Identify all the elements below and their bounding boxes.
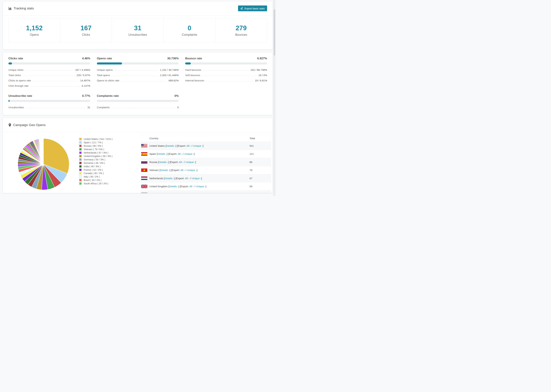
export-unique-link[interactable]: Unique › — [184, 152, 194, 155]
legend-label: Germany ( 55 / 3% ) — [84, 158, 105, 161]
rate-row-label: Hard bounces — [185, 68, 201, 71]
legend-item[interactable]: Spain ( 121 / 7% ) — [79, 141, 113, 144]
legend-item[interactable]: Romania ( 49 / 3% ) — [79, 161, 113, 165]
export-basic-stats-button[interactable]: Export basic stats — [238, 6, 267, 11]
legend-item[interactable]: Vietnam ( 79 / 5% ) — [79, 147, 113, 151]
rate-row-label: Unique clicks — [8, 68, 23, 71]
page-scrollbar[interactable] — [273, 0, 276, 196]
details-link[interactable]: Details › — [159, 161, 168, 163]
details-link[interactable]: Details › — [160, 169, 170, 172]
rate-rows: Unique clicks167 / 4.456%Total clicks220… — [8, 67, 90, 88]
rate-rows: Hard bounces242 / 86.738%Soft bounces18 … — [185, 67, 267, 83]
rate-row: Soft bounces18 / 0% — [185, 72, 267, 78]
export-basic-stats-label: Export basic stats — [245, 7, 265, 10]
flag-icon-es — [141, 152, 147, 156]
rate-title: Clicks rate — [8, 57, 23, 60]
rate-row: Unique opens1,152 / 30.736% — [97, 67, 179, 72]
stat-value: 167 — [80, 24, 92, 32]
legend-item[interactable]: Russia ( 86 / 5% ) — [79, 144, 113, 147]
export-unique-link[interactable]: Unique › — [185, 161, 195, 163]
rate-row-value: 167 / 4.456% — [75, 68, 90, 71]
details-link[interactable]: Details › — [157, 152, 167, 155]
legend-swatch — [79, 175, 82, 178]
stat-value: 31 — [134, 24, 141, 32]
legend-swatch — [79, 165, 82, 168]
export-all-link[interactable]: All › — [189, 185, 194, 188]
legend-item[interactable]: Brazil ( 33 / 2% ) — [79, 178, 113, 182]
stat-value: 279 — [236, 24, 247, 32]
dotted-leader — [22, 76, 75, 76]
legend-swatch — [79, 168, 82, 171]
campaign-stats-page: Tracking stats Export basic stats 1,152O… — [0, 0, 276, 196]
export-label: Export: — [170, 161, 178, 163]
country-name: Russia — [149, 161, 157, 163]
legend-label: India ( 46 / 3% ) — [84, 165, 101, 168]
table-row: Russia [Details ›] [Export: All › / Uniq… — [141, 158, 271, 166]
rate-rows: Complaints0 — [97, 105, 179, 110]
table-row: United Kingdom [Details ›] [Export: All … — [141, 182, 271, 190]
details-link[interactable]: Details › — [165, 177, 174, 180]
legend-swatch — [79, 182, 82, 185]
stat-value: 1,152 — [26, 24, 43, 32]
rate-row-label: Unsubscribes — [8, 106, 24, 109]
export-icon — [240, 7, 243, 10]
export-all-link[interactable]: All › — [178, 152, 182, 155]
stat-box: 0Complaints — [164, 19, 215, 42]
geo-pie-chart — [17, 138, 70, 191]
scrollbar-thumb[interactable] — [274, 9, 275, 56]
geo-row-text: United Kingdom [Details ›] [Export: All … — [149, 185, 206, 188]
rate-section: Clicks rate4.46%Unique clicks167 / 4.456… — [8, 57, 90, 88]
legend-item[interactable]: Italy ( 36 / 2% ) — [79, 175, 113, 178]
legend-item[interactable]: Germany ( 55 / 3% ) — [79, 158, 113, 161]
details-link[interactable]: Details › — [166, 144, 176, 147]
legend-item[interactable]: Netherlands ( 67 / 4% ) — [79, 151, 113, 154]
geo-opens-title: Campaign Geo Opens — [8, 123, 46, 127]
export-unique-link[interactable]: Unique › — [193, 144, 203, 147]
export-unique-link[interactable]: Unique › — [187, 169, 197, 172]
export-all-link[interactable]: All › — [185, 177, 190, 180]
geo-table-header-country: Country — [149, 137, 158, 140]
legend-swatch — [79, 145, 82, 147]
rate-value: 4.46% — [82, 57, 90, 60]
rate-title: Bounce rate — [185, 57, 202, 60]
progress-bar — [97, 63, 179, 64]
legend-item[interactable]: South Africa ( 29 / 2% ) — [79, 182, 113, 185]
legend-swatch — [79, 148, 82, 151]
legend-label: South Africa ( 29 / 2% ) — [84, 182, 108, 185]
export-unique-link[interactable]: Unique › — [191, 177, 201, 180]
dotted-leader — [111, 76, 158, 76]
rate-row-label: Soft bounces — [185, 74, 200, 77]
rate-row-value: 18 / 0% — [258, 74, 267, 77]
geo-row-total: 121 — [249, 152, 254, 155]
export-all-link[interactable]: All › — [179, 161, 184, 163]
legend-label: United Kingdom ( 59 / 3% ) — [84, 155, 113, 158]
progress-bar — [97, 100, 179, 102]
details-link[interactable]: Details › — [169, 185, 178, 188]
rate-row-value: 14.497% — [80, 79, 90, 82]
legend-item[interactable]: United Kingdom ( 59 / 3% ) — [79, 154, 113, 158]
export-all-link[interactable]: All › — [186, 144, 191, 147]
rate-head: Clicks rate4.46% — [8, 57, 90, 60]
legend-item[interactable]: Canada ( 40 / 2% ) — [79, 172, 113, 175]
legend-item[interactable]: France ( 42 / 2% ) — [79, 168, 113, 172]
progress-bar — [8, 100, 90, 102]
legend-item[interactable]: India ( 46 / 3% ) — [79, 165, 113, 168]
rate-section: Opens rate30.736%Unique opens1,152 / 30.… — [97, 57, 179, 88]
rate-row-value: 19 / 6.81% — [255, 79, 267, 82]
geo-opens-title-text: Campaign Geo Opens — [13, 123, 46, 127]
legend-item[interactable]: United States ( 541 / 31% ) — [79, 137, 113, 141]
export-label: Export: — [169, 152, 177, 155]
flag-icon-ru — [141, 160, 147, 164]
progress-bar — [185, 63, 267, 64]
geo-opens-table: CountryTotalUnited States [Details ›] [E… — [141, 135, 271, 193]
map-pin-icon — [8, 123, 11, 127]
export-all-link[interactable]: All › — [181, 169, 185, 172]
stat-box: 167Clicks — [60, 19, 112, 42]
geo-table-header: CountryTotal — [141, 135, 271, 142]
legend-swatch — [79, 151, 82, 154]
rate-title: Complaints rate — [97, 94, 119, 98]
tracking-stats-card: Tracking stats Export basic stats 1,152O… — [3, 1, 273, 49]
export-unique-link[interactable]: Unique › — [196, 185, 206, 188]
rate-row-label: Clicks to opens rate — [8, 79, 31, 82]
pie-slice[interactable] — [43, 139, 43, 164]
